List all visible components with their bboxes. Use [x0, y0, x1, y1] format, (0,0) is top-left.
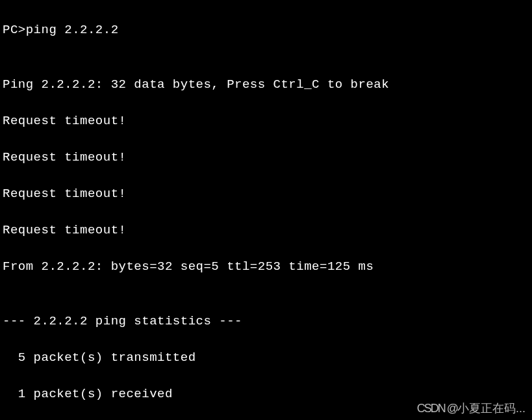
request-timeout: Request timeout! [3, 221, 532, 239]
request-timeout: Request timeout! [3, 148, 532, 166]
csdn-watermark: CSDN @小夏正在码... [417, 399, 526, 417]
stats-transmitted: 5 packet(s) transmitted [3, 348, 532, 367]
stats-header: --- 2.2.2.2 ping statistics --- [3, 312, 532, 330]
watermark-author: 小夏正在码... [457, 402, 526, 415]
watermark-brand: CSDN @ [417, 402, 457, 415]
ping-header: Ping 2.2.2.2: 32 data bytes, Press Ctrl_… [3, 75, 532, 94]
command-text: ping 2.2.2.2 [26, 23, 119, 37]
ping-reply: From 2.2.2.2: bytes=32 seq=5 ttl=253 tim… [3, 257, 532, 276]
request-timeout: Request timeout! [3, 112, 532, 130]
request-timeout: Request timeout! [3, 185, 532, 203]
prompt: PC> [3, 23, 26, 37]
terminal-output: PC>ping 2.2.2.2 Ping 2.2.2.2: 32 data by… [0, 0, 532, 420]
prompt-line-1[interactable]: PC>ping 2.2.2.2 [3, 21, 532, 39]
